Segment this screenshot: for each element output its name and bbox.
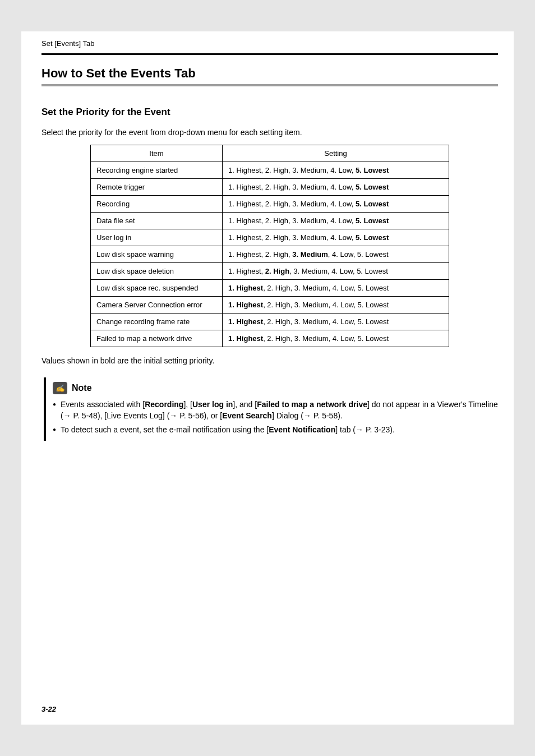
priority-option: 3. Medium bbox=[294, 317, 329, 326]
table-row: Remote trigger1. Highest, 2. High, 3. Me… bbox=[91, 179, 449, 196]
table-row: Recording engine started1. Highest, 2. H… bbox=[91, 162, 449, 179]
note-icon: ✍ bbox=[53, 382, 67, 394]
priority-option: 1. Highest bbox=[228, 166, 261, 174]
cell-item: Change recording frame rate bbox=[91, 314, 223, 330]
table-row: Failed to map a network drive1. Highest,… bbox=[91, 330, 449, 347]
priority-option: 5. Lowest bbox=[356, 216, 389, 225]
cell-setting: 1. Highest, 2. High, 3. Medium, 4. Low, … bbox=[223, 280, 449, 297]
note-text: To detect such a event, set the e-mail n… bbox=[61, 425, 269, 434]
note-text: P. 5-58). bbox=[311, 411, 343, 420]
priority-option: 5. Lowest bbox=[356, 200, 389, 208]
cell-item: Data file set bbox=[91, 213, 223, 229]
document-page: Set [Events] Tab How to Set the Events T… bbox=[21, 31, 514, 725]
note-text: P. 5-56), or [ bbox=[177, 411, 222, 420]
note-header: ✍ Note bbox=[53, 382, 498, 394]
priority-option: 3. Medium bbox=[292, 233, 326, 242]
note-title: Note bbox=[72, 383, 92, 393]
page-title: How to Set the Events Tab bbox=[41, 66, 498, 81]
table-row: Camera Server Connection error1. Highest… bbox=[91, 297, 449, 314]
note-bold: Recording bbox=[145, 400, 183, 409]
header-tab-label: Set [Events] Tab bbox=[41, 39, 498, 48]
cell-item: Camera Server Connection error bbox=[91, 297, 223, 314]
note-bold: Event Notification bbox=[269, 425, 335, 434]
priority-option: 4. Low bbox=[332, 250, 353, 259]
priority-option: 4. Low bbox=[331, 267, 353, 275]
priority-option: 1. Highest bbox=[228, 334, 263, 343]
priority-option: 1. Highest bbox=[228, 301, 263, 309]
priority-option: 1. Highest bbox=[228, 317, 263, 326]
note-text: Events associated with [ bbox=[61, 400, 145, 409]
table-row: Data file set1. Highest, 2. High, 3. Med… bbox=[91, 213, 449, 229]
table-row: Low disk space deletion1. Highest, 2. Hi… bbox=[91, 263, 449, 280]
priority-option: 5. Lowest bbox=[356, 166, 389, 174]
page-number: 3-22 bbox=[41, 705, 56, 713]
priority-option: 3. Medium bbox=[292, 216, 326, 225]
arrow-icon: → bbox=[169, 411, 177, 420]
priority-option: 1. Highest bbox=[228, 250, 261, 259]
priority-option: 1. Highest bbox=[228, 267, 261, 275]
cell-item: Low disk space warning bbox=[91, 246, 223, 263]
priority-option: 3. Medium bbox=[292, 166, 326, 174]
priority-option: 2. High bbox=[265, 200, 288, 208]
note-text: P. 5-48), [Live Events Log] ( bbox=[71, 411, 170, 420]
priority-option: 4. Low bbox=[333, 284, 354, 292]
cell-setting: 1. Highest, 2. High, 3. Medium, 4. Low, … bbox=[223, 314, 449, 330]
note-bold: Event Search bbox=[222, 411, 272, 420]
arrow-icon: → bbox=[303, 411, 311, 420]
table-caption: Values shown in bold are the initial set… bbox=[41, 356, 498, 365]
note-text: ] Dialog ( bbox=[272, 411, 303, 420]
priority-option: 2. High bbox=[267, 334, 290, 343]
priority-option: 5. Lowest bbox=[356, 233, 389, 242]
arrow-icon: → bbox=[356, 425, 363, 434]
cell-setting: 1. Highest, 2. High, 3. Medium, 4. Low, … bbox=[223, 162, 449, 179]
priority-option: 1. Highest bbox=[228, 200, 261, 208]
note-bold: User log in bbox=[192, 400, 233, 409]
table-row: User log in1. Highest, 2. High, 3. Mediu… bbox=[91, 229, 449, 246]
priority-option: 2. High bbox=[265, 216, 288, 225]
cell-item: Low disk space deletion bbox=[91, 263, 223, 280]
cell-setting: 1. Highest, 2. High, 3. Medium, 4. Low, … bbox=[223, 213, 449, 229]
section-heading: Set the Priority for the Event bbox=[41, 107, 498, 118]
note-bold: Failed to map a network drive bbox=[257, 400, 367, 409]
cell-item: Low disk space rec. suspended bbox=[91, 280, 223, 297]
note-text: ], [ bbox=[183, 400, 192, 409]
priority-option: 4. Low bbox=[330, 166, 352, 174]
note-text: P. 3-23). bbox=[363, 425, 395, 434]
priority-option: 5. Lowest bbox=[358, 284, 389, 292]
note-text: ], and [ bbox=[233, 400, 257, 409]
note-box: ✍ Note Events associated with [Recording… bbox=[44, 377, 498, 441]
priority-option: 2. High bbox=[265, 267, 289, 275]
priority-option: 4. Low bbox=[330, 183, 352, 191]
cell-setting: 1. Highest, 2. High, 3. Medium, 4. Low, … bbox=[223, 196, 449, 213]
table-row: Low disk space rec. suspended1. Highest,… bbox=[91, 280, 449, 297]
cell-item: User log in bbox=[91, 229, 223, 246]
priority-option: 3. Medium bbox=[292, 200, 326, 208]
priority-option: 2. High bbox=[265, 233, 288, 242]
priority-option: 5. Lowest bbox=[358, 301, 389, 309]
section-intro: Select the priority for the event from d… bbox=[41, 128, 498, 137]
priority-option: 5. Lowest bbox=[356, 183, 389, 191]
cell-setting: 1. Highest, 2. High, 3. Medium, 4. Low, … bbox=[223, 179, 449, 196]
priority-option: 5. Lowest bbox=[357, 267, 388, 275]
priority-option: 3. Medium bbox=[294, 301, 329, 309]
priority-option: 4. Low bbox=[333, 317, 354, 326]
col-header-item: Item bbox=[91, 145, 223, 162]
priority-option: 4. Low bbox=[333, 301, 354, 309]
priority-option: 2. High bbox=[267, 284, 290, 292]
cell-setting: 1. Highest, 2. High, 3. Medium, 4. Low, … bbox=[223, 263, 449, 280]
priority-table: Item Setting Recording engine started1. … bbox=[90, 145, 449, 347]
arrow-icon: → bbox=[63, 411, 71, 420]
priority-option: 2. High bbox=[265, 250, 288, 259]
priority-option: 1. Highest bbox=[228, 233, 261, 242]
header-divider bbox=[41, 53, 498, 55]
priority-option: 5. Lowest bbox=[357, 250, 389, 259]
priority-option: 3. Medium bbox=[293, 267, 328, 275]
priority-option: 2. High bbox=[265, 166, 288, 174]
note-text: ] tab ( bbox=[335, 425, 356, 434]
cell-item: Remote trigger bbox=[91, 179, 223, 196]
note-item: Events associated with [Recording], [Use… bbox=[53, 399, 498, 422]
table-row: Recording1. Highest, 2. High, 3. Medium,… bbox=[91, 196, 449, 213]
priority-option: 1. Highest bbox=[228, 284, 263, 292]
priority-option: 4. Low bbox=[330, 200, 352, 208]
priority-option: 3. Medium bbox=[292, 250, 328, 259]
